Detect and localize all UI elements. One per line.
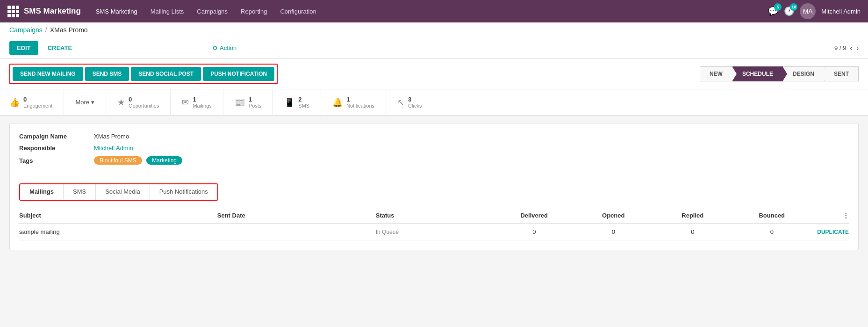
stage-buttons: NEW SCHEDULE DESIGN SENT	[700, 66, 859, 81]
stage-schedule[interactable]: SCHEDULE	[732, 66, 783, 81]
stage-sent[interactable]: SENT	[824, 66, 859, 81]
mailings-table: Subject Sent Date Status Delivered Opene…	[19, 208, 849, 240]
send-social-post-button[interactable]: SEND SOCIAL POST	[131, 67, 201, 81]
col-replied-header: Replied	[653, 212, 732, 219]
next-button[interactable]: ›	[856, 44, 859, 52]
notifications-label: Notifications	[346, 103, 374, 109]
pagination: 9 / 9 ‹ ›	[834, 44, 859, 52]
col-opened-header: Opened	[574, 212, 653, 219]
tag-marketing[interactable]: Marketing	[146, 156, 182, 165]
stage-design[interactable]: DESIGN	[783, 66, 824, 81]
breadcrumb-parent[interactable]: Campaigns	[9, 26, 43, 34]
posts-icon: 📰	[235, 97, 245, 108]
tabs-section: Mailings SMS Social Media Push Notificat…	[19, 183, 218, 201]
stats-bar: 👍 0 Engagement More ▾ ★ 0 Opportunities …	[0, 89, 868, 116]
send-new-mailing-button[interactable]: SEND NEW MAILING	[13, 67, 83, 81]
clicks-count: 3	[408, 96, 422, 103]
gear-icon: ⚙	[212, 44, 218, 51]
more-label: More ▾	[75, 99, 94, 106]
nav-right: 💬 5 🕐 18 MA Mitchell Admin	[768, 3, 861, 19]
tab-push-notifications[interactable]: Push Notifications	[150, 184, 217, 200]
opportunities-label: Opportunities	[129, 103, 159, 109]
sms-icon: 📱	[284, 97, 294, 108]
create-button[interactable]: CREATE	[46, 41, 74, 55]
col-actions-header: ⋮	[811, 212, 849, 219]
col-status-header: Status	[376, 212, 495, 219]
edit-button[interactable]: EDIT	[9, 41, 38, 55]
row-delivered: 0	[495, 228, 574, 235]
pagination-text: 9 / 9	[834, 44, 846, 51]
clicks-label: Clicks	[408, 103, 422, 109]
nav-mailing-lists[interactable]: Mailing Lists	[145, 5, 190, 18]
stat-clicks[interactable]: ↖ 3 Clicks	[386, 89, 433, 115]
stat-more[interactable]: More ▾	[64, 89, 106, 115]
push-notification-button[interactable]: PUSH NOTIFICATION	[203, 67, 274, 81]
row-opened: 0	[574, 228, 653, 235]
nav-configuration[interactable]: Configuration	[274, 5, 322, 18]
posts-count: 1	[249, 96, 262, 103]
tab-sms[interactable]: SMS	[64, 184, 96, 200]
col-subject-header: Subject	[19, 212, 217, 219]
nav-sms-marketing[interactable]: SMS Marketing	[90, 5, 143, 18]
send-sms-button[interactable]: SEND SMS	[85, 67, 129, 81]
row-status: In Queue	[376, 229, 495, 235]
grid-icon	[7, 6, 19, 17]
tags-container: Bioutifoul SMS Marketing	[94, 156, 185, 165]
app-title: SMS Marketing	[24, 7, 81, 16]
cursor-icon: ↖	[397, 97, 404, 108]
action-dropdown[interactable]: ⚙ Action	[212, 44, 237, 51]
tag-bioutifoul[interactable]: Bioutifoul SMS	[94, 156, 142, 165]
row-subject[interactable]: sample mailing	[19, 228, 217, 235]
tags-label: Tags	[19, 157, 94, 164]
col-sent-header: Sent Date	[217, 212, 376, 219]
tags-row: Tags Bioutifoul SMS Marketing	[19, 156, 849, 165]
user-name[interactable]: Mitchell Admin	[821, 8, 861, 15]
nav-campaigns[interactable]: Campaigns	[191, 5, 233, 18]
responsible-row: Responsible Mitchell Admin	[19, 145, 849, 152]
nav-reporting[interactable]: Reporting	[235, 5, 273, 18]
thumbs-up-icon: 👍	[9, 97, 20, 108]
tab-social-media[interactable]: Social Media	[96, 184, 150, 200]
messages-badge: 5	[774, 3, 782, 11]
sms-count: 2	[298, 96, 309, 103]
nav-links: SMS Marketing Mailing Lists Campaigns Re…	[90, 5, 759, 18]
table-header: Subject Sent Date Status Delivered Opene…	[19, 208, 849, 224]
campaign-name-row: Campaign Name XMas Promo	[19, 133, 849, 140]
action-bar: EDIT CREATE ⚙ Action 9 / 9 ‹ ›	[9, 37, 859, 58]
duplicate-button[interactable]: DUPLICATE	[817, 229, 849, 235]
stat-engagement[interactable]: 👍 0 Engagement	[9, 89, 64, 115]
avatar[interactable]: MA	[800, 3, 816, 19]
row-actions: DUPLICATE	[811, 228, 849, 235]
stat-notifications[interactable]: 🔔 1 Notifications	[321, 89, 386, 115]
stat-posts[interactable]: 📰 1 Posts	[223, 89, 273, 115]
breadcrumb-current: XMas Promo	[50, 26, 88, 34]
prev-button[interactable]: ‹	[850, 44, 852, 52]
bell-icon: 🔔	[332, 97, 343, 108]
tab-mailings[interactable]: Mailings	[20, 184, 64, 200]
engagement-count: 0	[23, 96, 52, 103]
mailings-label: Mailings	[193, 103, 211, 109]
activity-icon-btn[interactable]: 🕐 18	[784, 6, 794, 16]
engagement-label: Engagement	[23, 103, 52, 109]
breadcrumb-separator: /	[45, 26, 47, 34]
stat-sms[interactable]: 📱 2 SMS	[273, 89, 321, 115]
mailing-buttons-bar: SEND NEW MAILING SEND SMS SEND SOCIAL PO…	[0, 59, 868, 89]
campaign-name-value: XMas Promo	[94, 133, 129, 140]
mail-icon: ✉	[182, 97, 189, 108]
stat-mailings[interactable]: ✉ 1 Mailings	[171, 89, 223, 115]
chevron-down-icon: ▾	[91, 99, 94, 106]
col-delivered-header: Delivered	[495, 212, 574, 219]
stage-new[interactable]: NEW	[700, 66, 732, 81]
mailings-count: 1	[193, 96, 211, 103]
mailing-button-group: SEND NEW MAILING SEND SMS SEND SOCIAL PO…	[9, 64, 278, 84]
notifications-count: 1	[346, 96, 374, 103]
app-logo[interactable]: SMS Marketing	[7, 6, 81, 17]
row-bounced: 0	[732, 228, 812, 235]
sms-label: SMS	[298, 103, 309, 109]
campaign-name-label: Campaign Name	[19, 133, 94, 140]
breadcrumb: Campaigns / XMas Promo	[9, 26, 859, 34]
stat-opportunities[interactable]: ★ 0 Opportunities	[106, 89, 171, 115]
responsible-value[interactable]: Mitchell Admin	[94, 145, 133, 152]
col-bounced-header: Bounced	[732, 212, 812, 219]
messages-icon-btn[interactable]: 💬 5	[768, 6, 778, 16]
